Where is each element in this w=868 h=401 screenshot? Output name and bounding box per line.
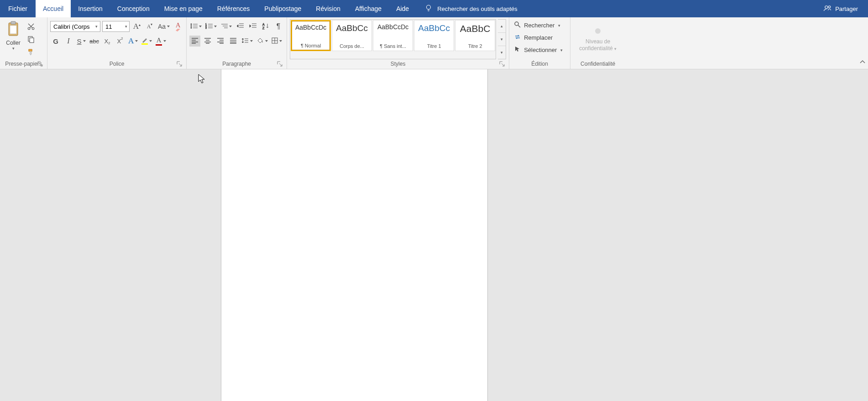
cut-button[interactable] (26, 22, 37, 32)
styles-scroll-down[interactable]: ▾ (498, 33, 506, 46)
align-left-button[interactable] (189, 36, 200, 47)
tab-file[interactable]: Fichier (0, 0, 36, 17)
tab-help[interactable]: Aide (389, 0, 416, 17)
copy-button[interactable] (26, 35, 37, 45)
align-right-button[interactable] (215, 36, 226, 47)
collapse-ribbon-button[interactable] (859, 58, 866, 67)
group-font: ▾ ▾ A▴ A▾ Aa A (47, 17, 187, 69)
tab-mailings[interactable]: Publipostage (257, 0, 309, 17)
bullet-list-icon (190, 23, 198, 31)
cursor-icon (514, 46, 521, 54)
highlight-button[interactable] (141, 36, 153, 47)
increase-indent-button[interactable] (247, 21, 258, 32)
find-button[interactable]: Rechercher ▾ (512, 20, 565, 31)
strikethrough-button[interactable]: abc (89, 36, 100, 47)
paste-button[interactable]: Coller ▾ (3, 19, 24, 59)
style-no-spacing[interactable]: AaBbCcDc ¶ Sans int... (373, 20, 413, 51)
svg-rect-4 (11, 21, 16, 24)
tab-references[interactable]: Références (210, 0, 257, 17)
document-workspace[interactable] (0, 69, 868, 401)
font-name-input[interactable] (53, 23, 94, 30)
svg-point-1 (825, 5, 828, 8)
justify-button[interactable] (228, 36, 239, 47)
clipboard-launcher[interactable] (37, 61, 43, 67)
show-marks-button[interactable]: ¶ (273, 21, 284, 32)
styles-launcher[interactable] (499, 61, 505, 67)
ribbon-tabs-bar: Fichier Accueil Insertion Conception Mis… (0, 0, 868, 17)
tab-design[interactable]: Conception (110, 0, 157, 17)
highlighter-icon (141, 37, 148, 45)
tab-layout[interactable]: Mise en page (157, 0, 210, 17)
styles-expand[interactable]: ▾ (498, 46, 506, 59)
bullets-button[interactable] (189, 21, 203, 32)
paste-label: Coller (6, 40, 20, 46)
outdent-icon (236, 23, 244, 31)
superscript-button[interactable]: X2 (115, 36, 125, 47)
line-spacing-button[interactable] (241, 36, 254, 47)
tell-me-search[interactable]: Rechercher des outils adaptés (416, 0, 526, 17)
style-heading-2[interactable]: AaBbC Titre 2 (455, 20, 495, 51)
eraser-icon: A (175, 22, 181, 31)
svg-rect-9 (30, 38, 34, 43)
multilevel-list-button[interactable] (220, 21, 233, 32)
font-size-input[interactable] (105, 23, 124, 30)
clear-formatting-button[interactable]: A (173, 21, 183, 32)
chevron-down-icon[interactable]: ▾ (94, 24, 99, 29)
group-sensitivity: Niveau de confidentialité ▾ Confidential… (570, 17, 625, 69)
paragraph-launcher[interactable] (277, 61, 283, 67)
italic-button[interactable]: I (63, 36, 74, 47)
select-button[interactable]: Sélectionner ▾ (512, 45, 565, 55)
style-body-text[interactable]: AaBbCc Corps de... (332, 20, 372, 51)
styles-gallery: AaBbCcDc ¶ Normal AaBbCc Corps de... AaB… (290, 19, 496, 59)
shading-button[interactable] (256, 36, 269, 47)
document-page[interactable] (221, 69, 488, 401)
svg-point-14 (191, 27, 192, 28)
grow-font-button[interactable]: A▴ (131, 21, 142, 32)
svg-line-57 (518, 25, 520, 27)
font-size-combo[interactable]: ▾ (102, 21, 130, 32)
align-center-button[interactable] (202, 36, 213, 47)
pilcrow-icon: ¶ (277, 22, 281, 31)
style-normal[interactable]: AaBbCcDc ¶ Normal (291, 20, 331, 51)
styles-scroll: ▴ ▾ ▾ (498, 19, 506, 59)
replace-button[interactable]: Remplacer (512, 32, 565, 43)
align-right-icon (217, 37, 224, 45)
underline-button[interactable]: S (76, 36, 87, 47)
tell-me-placeholder: Rechercher des outils adaptés (437, 5, 518, 12)
font-color-button[interactable]: A (155, 36, 167, 47)
font-launcher[interactable] (176, 61, 183, 67)
chevron-down-icon[interactable]: ▾ (124, 24, 128, 29)
svg-text:3: 3 (205, 26, 207, 29)
lightbulb-icon (424, 4, 433, 14)
tab-review[interactable]: Révision (309, 0, 348, 17)
change-case-button[interactable]: Aa (157, 21, 171, 32)
svg-text:Z: Z (262, 26, 265, 30)
bold-button[interactable]: G (50, 36, 61, 47)
styles-scroll-up[interactable]: ▴ (498, 20, 506, 33)
style-heading-1[interactable]: AaBbCc Titre 1 (414, 20, 454, 51)
svg-text:A: A (262, 23, 265, 26)
numbering-button[interactable]: 123 (204, 21, 218, 32)
svg-rect-5 (10, 26, 16, 34)
text-effects-button[interactable]: A (127, 36, 139, 47)
tab-view[interactable]: Affichage (348, 0, 389, 17)
paint-bucket-icon (256, 37, 264, 45)
group-styles: AaBbCcDc ¶ Normal AaBbCc Corps de... AaB… (287, 17, 509, 69)
justify-icon (230, 37, 237, 45)
svg-point-58 (595, 28, 601, 34)
replace-icon (514, 33, 521, 42)
tab-insert[interactable]: Insertion (71, 0, 110, 17)
tab-home[interactable]: Accueil (36, 0, 71, 17)
number-list-icon: 123 (205, 23, 213, 31)
shrink-font-button[interactable]: A▾ (144, 21, 155, 32)
format-painter-button[interactable] (26, 47, 37, 57)
subscript-button[interactable]: X2 (102, 36, 113, 47)
share-button[interactable]: Partager (813, 0, 868, 17)
font-name-combo[interactable]: ▾ (50, 21, 100, 32)
decrease-indent-button[interactable] (235, 21, 246, 32)
copy-icon (27, 35, 35, 45)
sort-button[interactable]: AZ (260, 21, 271, 32)
group-paragraph: 123 AZ ¶ (187, 17, 287, 69)
borders-button[interactable] (271, 36, 283, 47)
borders-icon (272, 37, 278, 45)
